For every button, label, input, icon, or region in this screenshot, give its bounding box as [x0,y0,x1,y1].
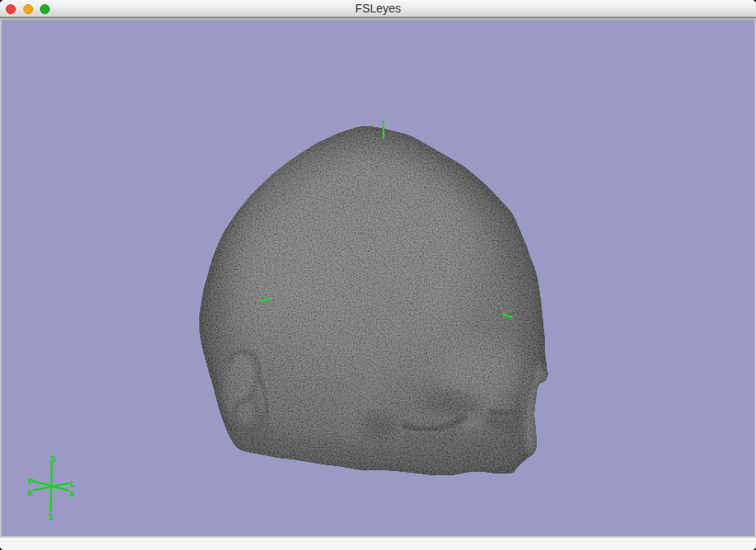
svg-text:L: L [70,479,76,489]
svg-text:R: R [27,489,33,498]
svg-text:A: A [69,489,75,499]
svg-text:P: P [28,477,34,487]
svg-text:I: I [48,513,54,523]
svg-text:S: S [50,454,56,464]
